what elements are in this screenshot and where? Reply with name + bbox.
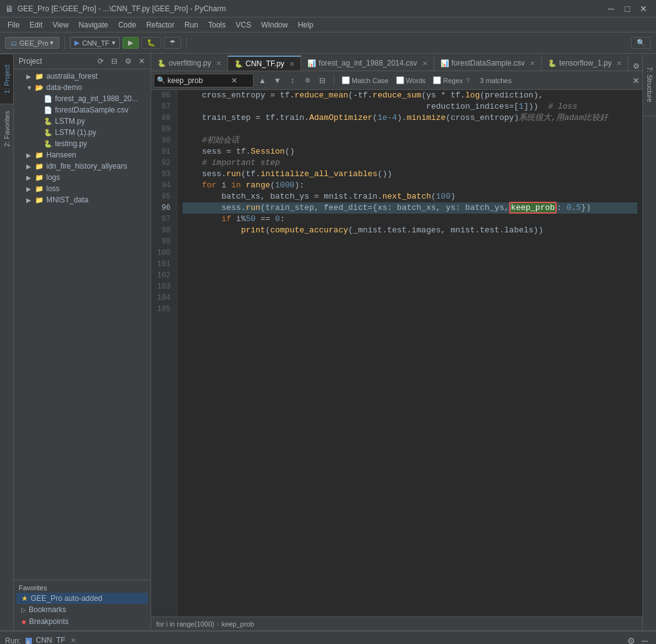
tab-cnn-tf[interactable]: 🐍 CNN_TF.py ✕ — [228, 56, 301, 71]
run-tab-cnn-tf[interactable]: CNN_TF — [36, 636, 65, 645]
filter-button[interactable]: ⊟ — [316, 74, 329, 87]
expand-search-button[interactable]: ↕ — [286, 74, 299, 87]
tab-forest-ag[interactable]: 📊 forest_ag_int_1988_2014.csv ✕ — [301, 56, 434, 71]
code-line-96: sess.run(train_step, feed_dict={xs: batc… — [182, 202, 637, 214]
search-options-button[interactable]: ⚙ — [301, 74, 314, 87]
csv-tab-icon: 📊 — [307, 59, 316, 67]
close-search-button[interactable]: ✕ — [632, 76, 640, 86]
fav-item-label: Bookmarks — [29, 605, 66, 614]
project-icon: 🗂 — [11, 39, 17, 47]
vtab-structure[interactable]: 7: Structure — [643, 54, 656, 116]
tree-item-lstm1[interactable]: 🐍 LSTM (1).py — [14, 127, 151, 138]
close-button[interactable]: ✕ — [636, 2, 651, 15]
menu-refactor[interactable]: Refactor — [141, 19, 179, 31]
next-match-button[interactable]: ▼ — [271, 74, 284, 87]
menu-edit[interactable]: Edit — [24, 19, 47, 31]
line-number: 97 — [151, 214, 173, 225]
folder-icon: 📁 — [35, 151, 44, 159]
project-selector[interactable]: 🗂 GEE_Pro ▾ — [5, 37, 59, 49]
project-label: GEE_Pro — [19, 39, 48, 47]
debug-button[interactable]: 🐛 — [141, 37, 161, 49]
menu-help[interactable]: Help — [293, 19, 319, 31]
vtab-favorites[interactable]: 2: Favorites — [0, 104, 13, 154]
search-input[interactable] — [167, 76, 230, 85]
match-case-checkbox[interactable] — [342, 76, 350, 84]
tree-item-forestdata[interactable]: 📄 forestDataSample.csv — [14, 104, 151, 116]
menu-window[interactable]: Window — [256, 19, 293, 31]
line-numbers: 86 87 88 89 90 91 92 93 94 95 96 97 98 9… — [151, 90, 177, 617]
regex-checkbox[interactable] — [433, 76, 441, 84]
regex-option[interactable]: Regex ? — [430, 76, 472, 84]
tree-arrow-icon: ▶ — [26, 186, 35, 192]
run-tab-close[interactable]: ✕ — [71, 637, 76, 644]
clear-search-button[interactable]: ✕ — [230, 76, 239, 85]
settings-button[interactable]: ⚙ — [122, 55, 134, 67]
tree-item-mnist[interactable]: ▶ 📁 MNIST_data — [14, 194, 151, 206]
tree-item-label: forestDataSample.csv — [55, 106, 128, 114]
tab-tensorflow[interactable]: 🐍 tensorflow_1.py ✕ — [542, 56, 629, 71]
close-icon[interactable]: ✕ — [422, 60, 427, 67]
run-settings-button[interactable]: ⚙ — [625, 635, 637, 645]
favorites-header[interactable]: Favorites — [16, 583, 148, 593]
code-line-93: sess.run(tf.initialize_all_variables()) — [182, 169, 637, 180]
menu-file[interactable]: File — [2, 19, 24, 31]
tab-forestdata[interactable]: 📊 forestDataSample.csv ✕ — [434, 56, 542, 71]
tree-item-testing[interactable]: 🐍 testing.py — [14, 138, 151, 149]
sync-button[interactable]: ⟳ — [94, 55, 107, 67]
close-sidebar-button[interactable]: ✕ — [136, 55, 148, 67]
breadcrumb-item-1[interactable]: for i in range(1000) — [156, 620, 214, 628]
run-minimize-button[interactable]: ─ — [639, 635, 651, 645]
close-icon[interactable]: ✕ — [216, 60, 221, 67]
code-line-87: reduction_indices=[1])) # loss — [182, 101, 637, 112]
code-line-89 — [182, 124, 637, 135]
code-line-105 — [182, 304, 637, 315]
match-case-option[interactable]: Match Case — [339, 76, 391, 84]
words-option[interactable]: Words — [394, 76, 429, 84]
tree-item-forest-ag[interactable]: 📄 forest_ag_int_1988_20... — [14, 93, 151, 104]
menu-vcs[interactable]: VCS — [231, 19, 256, 31]
tab-overfitting[interactable]: 🐍 overfitting.py ✕ — [151, 56, 228, 71]
line-number: 88 — [151, 112, 173, 124]
line-number: 102 — [151, 270, 173, 281]
menu-tools[interactable]: Tools — [203, 19, 231, 31]
line-number: 92 — [151, 157, 173, 169]
tree-item-data-demo[interactable]: ▼ 📂 data-demo — [14, 82, 151, 93]
breadcrumb-item-2[interactable]: keep_prob — [222, 620, 254, 628]
fav-item-bookmarks[interactable]: ▷ Bookmarks — [16, 604, 148, 615]
close-icon[interactable]: ✕ — [289, 61, 294, 67]
tree-item-loss[interactable]: ▶ 📁 loss — [14, 183, 151, 194]
fav-item-breakpoints[interactable]: ● Breakpoints — [16, 615, 148, 628]
menu-view[interactable]: View — [47, 19, 74, 31]
tree-item-lstm[interactable]: 🐍 LSTM.py — [14, 116, 151, 127]
line-number: 103 — [151, 281, 173, 292]
run-config-selector[interactable]: ▶ CNN_TF ▾ — [70, 37, 119, 49]
vtab-project[interactable]: 1: Project — [0, 54, 13, 104]
fav-item-gee-pro[interactable]: ★ GEE_Pro auto-added — [16, 593, 148, 604]
tree-item-logs[interactable]: ▶ 📁 logs — [14, 172, 151, 183]
tree-item-australia-forest[interactable]: ▶ 📁 australia_forest — [14, 71, 151, 82]
folder-icon: 📁 — [35, 196, 44, 204]
close-icon[interactable]: ✕ — [617, 60, 622, 67]
code-content[interactable]: cross_entropy = tf.reduce_mean(-tf.reduc… — [177, 90, 642, 617]
maximize-button[interactable]: □ — [620, 2, 635, 15]
chevron-down-icon: ▾ — [112, 39, 116, 47]
close-icon[interactable]: ✕ — [530, 60, 535, 67]
menu-navigate[interactable]: Navigate — [74, 19, 113, 31]
run-panel-title: ● CNN_TF ✕ — [26, 636, 76, 645]
search-everywhere-button[interactable]: 🔍 — [631, 37, 651, 49]
coverage-button[interactable]: ☂ — [164, 37, 181, 49]
py-icon: 🐍 — [44, 129, 52, 137]
csv-icon: 📄 — [44, 95, 52, 103]
menu-run[interactable]: Run — [179, 19, 203, 31]
collapse-all-button[interactable]: ⊟ — [108, 55, 121, 67]
run-button[interactable]: ▶ — [122, 37, 139, 49]
menu-code[interactable]: Code — [113, 19, 141, 31]
words-checkbox[interactable] — [396, 76, 404, 84]
prev-match-button[interactable]: ▲ — [256, 74, 269, 87]
tree-item-hanseen[interactable]: ▶ 📁 Hanseen — [14, 149, 151, 161]
line-number: 104 — [151, 292, 173, 304]
csv-tab-icon: 📊 — [440, 59, 449, 67]
tab-settings-button[interactable]: ⚙ — [633, 62, 640, 71]
tree-item-idn[interactable]: ▶ 📁 idn_fire_history_allyears — [14, 161, 151, 172]
minimize-button[interactable]: ─ — [604, 2, 619, 15]
